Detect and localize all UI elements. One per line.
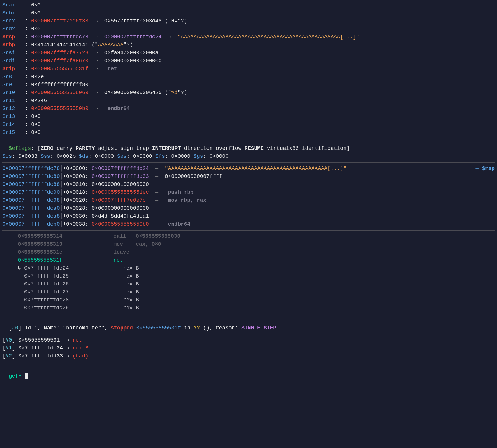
register-deref: endbr64: [104, 106, 130, 111]
register-value: 0×2e: [31, 74, 44, 80]
register-value: 0×246: [31, 98, 47, 104]
stack-addr: 0×00007fffffffdc90: [2, 189, 60, 195]
register-name: $r14: [2, 122, 25, 127]
stack-addr: 0×00007fffffffdca0: [2, 205, 60, 211]
register-row: $r13 : 0×0: [2, 113, 495, 121]
stack-row: 0×00007fffffffdca8│+0×0030: 0×d4df8dd49f…: [2, 212, 495, 220]
segment-name: $cs: [2, 153, 12, 159]
stack-offset: +0×0008:: [63, 173, 88, 179]
register-row: $r10 : 0×0000555555556069 → 0×4900000000…: [2, 89, 495, 97]
register-value: 0×ffffffffffffff80: [31, 82, 88, 88]
register-name: $rdx: [2, 26, 25, 32]
disasm-addr: 0×7fffffffdc24: [24, 265, 120, 271]
register-row: $rsp : 0×00007fffffffdc78 → 0×00007fffff…: [2, 33, 495, 41]
register-row: $rdx : 0×0: [2, 25, 495, 33]
stack-value: 0×00005555555551ec: [91, 189, 149, 195]
register-row: $r11 : 0×246: [2, 97, 495, 105]
stack-value: 0×d4df8dd49fa4dca1: [91, 213, 149, 219]
register-value: 0×0: [31, 129, 40, 135]
stack-row: 0×00007fffffffdc78│+0×0000: 0×00007fffff…: [2, 165, 495, 173]
stack-row: 0×00007fffffffdc88│+0×0010: 0×0000000100…: [2, 180, 495, 188]
trace-index: #1: [6, 345, 12, 351]
register-name: $rax: [2, 2, 25, 8]
register-row: $rbp : 0×4141414141414141 ("AAAAAAAA"?): [2, 41, 495, 49]
eflag: virtualx86: [267, 145, 299, 151]
register-value: 0×000055555555531f: [31, 66, 88, 72]
register-name: $r9: [2, 82, 25, 88]
stack-addr: 0×00007fffffffdc98: [2, 197, 60, 203]
disasm-row: 0×555555555314 call 0×555555555030: [2, 232, 495, 240]
disasm-mnemonic: mov eax, 0×0: [113, 241, 161, 247]
trace-index: #2: [6, 353, 12, 359]
register-deref: 0×fa967000000000a: [104, 50, 159, 56]
register-row: $rax : 0×0: [2, 1, 495, 9]
disasm-mnemonic: rex.B: [120, 281, 139, 287]
register-name: $rbx: [2, 10, 25, 16]
trace-symbol: rex.B: [73, 345, 88, 351]
register-row: $rip : 0×000055555555531f → ret: [2, 65, 495, 73]
disasm-mnemonic: ret: [113, 257, 123, 263]
register-name: $rbp: [2, 42, 25, 48]
stack-offset: +0×0018:: [63, 189, 88, 195]
register-row: $r12 : 0×00005555555550b0 → endbr64: [2, 105, 495, 113]
trace-row: [#0] 0×55555555531f → ret: [2, 336, 495, 344]
stack-addr: 0×00007fffffffdcb0: [2, 221, 60, 227]
segment-name: $es: [117, 153, 127, 159]
eflag: identification: [302, 145, 347, 151]
cursor: [25, 373, 28, 379]
disasm-row: 0×7fffffffdc25 rex.B: [2, 272, 495, 280]
section-divider: [2, 362, 495, 362]
trace-symbol: (bad): [73, 353, 88, 359]
stack-value: 0×0000000100000000: [91, 181, 149, 187]
prompt-line[interactable]: gef➤: [2, 364, 495, 380]
register-name: $r12: [2, 106, 25, 111]
stack-offset: +0×0030:: [63, 213, 88, 219]
section-divider: [2, 162, 495, 163]
disasm-mnemonic: leave: [113, 249, 129, 255]
eflag: direction: [184, 145, 213, 151]
disasm-mnemonic: call 0×555555555030: [113, 233, 183, 239]
disasm-mnemonic: rex.B: [120, 273, 139, 279]
register-name: $r11: [2, 98, 25, 104]
register-name: $r15: [2, 129, 25, 135]
section-divider: [2, 314, 495, 314]
gef-prompt: gef➤: [9, 373, 25, 379]
register-row: $r14 : 0×0: [2, 121, 495, 129]
disasm-row: 0×555555555319 mov eax, 0×0: [2, 240, 495, 248]
stack-deref: 0×000000000007ffff: [165, 173, 222, 179]
disasm-addr: 0×555555555314: [18, 233, 113, 239]
thread-line: [#0] Id 1, Name: "batcomputer", stopped …: [2, 316, 495, 332]
disasm-row: 0×7fffffffdc27 rex.B: [2, 288, 495, 296]
register-row: $r8 : 0×2e: [2, 73, 495, 81]
stack-row: 0×00007fffffffdc80│+0×0008: 0×00007fffff…: [2, 173, 495, 180]
register-value: 0×0: [31, 122, 40, 127]
stack-offset: +0×0028:: [63, 205, 88, 211]
trace-section: [#0] 0×55555555531f → ret[#1] 0×7fffffff…: [2, 336, 495, 360]
disasm-row: ↳ 0×7fffffffdc24 rex.B: [2, 264, 495, 272]
register-value: 0×00007fffffffdc78: [31, 34, 88, 40]
stack-value: 0×0000000000000000: [91, 205, 149, 211]
stack-value: 0×00007fffffffdc24: [91, 165, 149, 171]
segment-name: $ss: [41, 153, 50, 159]
disasm-mnemonic: rex.B: [120, 289, 139, 295]
eflag: PARITY: [76, 145, 95, 151]
trace-symbol: ret: [73, 337, 82, 343]
disasm-addr: 0×55555555531f: [18, 257, 113, 263]
eflag: sign: [120, 145, 133, 151]
disasm-row: 0×55555555531e leave: [2, 248, 495, 256]
thread-reason: SINGLE STEP: [241, 325, 276, 331]
stack-offset: +0×0020:: [63, 197, 88, 203]
stack-row: 0×00007fffffffdc98│+0×0020: 0×00007ffff7…: [2, 196, 495, 204]
eflag: overflow: [216, 145, 241, 151]
disasm-addr: 0×7fffffffdc29: [24, 305, 120, 311]
eflag: RESUME: [245, 145, 264, 151]
register-value: 0×4141414141414141: [31, 42, 88, 48]
registers-section: $rax : 0×0$rbx : 0×0$rcx : 0×00007ffff7e…: [2, 1, 495, 137]
register-deref2: "AAAAAAAAAAAAAAAAAAAAAAAAAAAAAAAAAAAAAAA…: [178, 34, 359, 40]
stack-row: 0×00007fffffffdc90│+0×0018: 0×0000555555…: [2, 188, 495, 196]
eflag: adjust: [98, 145, 117, 151]
stack-deref: mov rbp, rax: [165, 197, 206, 203]
register-name: $rdi: [2, 58, 25, 64]
segment-name: $ds: [79, 153, 88, 159]
trace-row: [#2] 0×7fffffffdd33 → (bad): [2, 352, 495, 360]
